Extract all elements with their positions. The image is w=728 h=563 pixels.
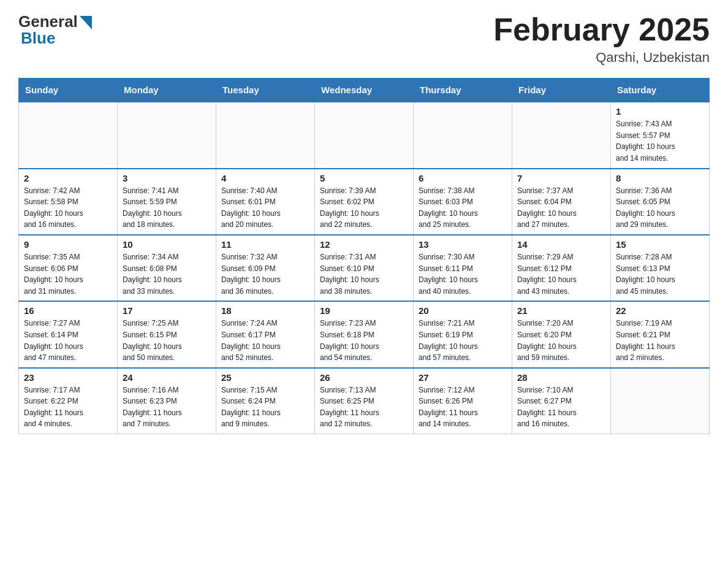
calendar-cell: 16Sunrise: 7:27 AM Sunset: 6:14 PM Dayli… — [19, 301, 118, 367]
sun-info: Sunrise: 7:34 AM Sunset: 6:08 PM Dayligh… — [123, 251, 211, 297]
col-tuesday: Tuesday — [216, 79, 315, 102]
calendar-cell: 28Sunrise: 7:10 AM Sunset: 6:27 PM Dayli… — [512, 368, 611, 434]
calendar-cell — [19, 102, 118, 168]
calendar-cell: 18Sunrise: 7:24 AM Sunset: 6:17 PM Dayli… — [216, 301, 315, 367]
sun-info: Sunrise: 7:17 AM Sunset: 6:22 PM Dayligh… — [24, 385, 112, 430]
sun-info: Sunrise: 7:25 AM Sunset: 6:15 PM Dayligh… — [123, 318, 211, 363]
calendar-cell: 5Sunrise: 7:39 AM Sunset: 6:02 PM Daylig… — [315, 169, 414, 235]
day-number: 1 — [616, 106, 704, 117]
calendar-cell: 10Sunrise: 7:34 AM Sunset: 6:08 PM Dayli… — [118, 235, 216, 301]
sun-info: Sunrise: 7:13 AM Sunset: 6:25 PM Dayligh… — [320, 385, 408, 430]
sun-info: Sunrise: 7:16 AM Sunset: 6:23 PM Dayligh… — [123, 385, 211, 430]
day-number: 27 — [419, 372, 507, 383]
calendar-cell: 11Sunrise: 7:32 AM Sunset: 6:09 PM Dayli… — [216, 235, 315, 301]
calendar-cell: 17Sunrise: 7:25 AM Sunset: 6:15 PM Dayli… — [118, 301, 216, 367]
calendar-table: Sunday Monday Tuesday Wednesday Thursday… — [18, 78, 710, 434]
sun-info: Sunrise: 7:20 AM Sunset: 6:20 PM Dayligh… — [517, 318, 605, 363]
day-number: 17 — [123, 305, 211, 316]
sun-info: Sunrise: 7:39 AM Sunset: 6:02 PM Dayligh… — [320, 185, 408, 231]
day-number: 4 — [221, 173, 309, 183]
calendar-cell: 2Sunrise: 7:42 AM Sunset: 5:58 PM Daylig… — [19, 169, 118, 235]
calendar-cell: 25Sunrise: 7:15 AM Sunset: 6:24 PM Dayli… — [216, 368, 315, 434]
day-number: 23 — [24, 372, 112, 383]
day-number: 21 — [517, 305, 605, 316]
day-number: 14 — [517, 239, 605, 250]
calendar-cell — [512, 102, 611, 168]
calendar-title: February 2025 — [493, 12, 710, 47]
sun-info: Sunrise: 7:38 AM Sunset: 6:03 PM Dayligh… — [419, 185, 507, 231]
day-number: 6 — [419, 173, 507, 183]
col-wednesday: Wednesday — [315, 79, 414, 102]
col-sunday: Sunday — [19, 79, 118, 102]
day-number: 16 — [24, 305, 112, 316]
col-friday: Friday — [512, 79, 611, 102]
calendar-cell — [315, 102, 414, 168]
calendar-cell: 15Sunrise: 7:28 AM Sunset: 6:13 PM Dayli… — [611, 235, 710, 301]
calendar-cell — [611, 368, 710, 434]
sun-info: Sunrise: 7:15 AM Sunset: 6:24 PM Dayligh… — [221, 385, 309, 430]
calendar-cell: 1Sunrise: 7:43 AM Sunset: 5:57 PM Daylig… — [611, 102, 710, 168]
day-number: 11 — [221, 239, 309, 250]
calendar-cell: 19Sunrise: 7:23 AM Sunset: 6:18 PM Dayli… — [315, 301, 414, 367]
day-number: 25 — [221, 372, 309, 383]
sun-info: Sunrise: 7:23 AM Sunset: 6:18 PM Dayligh… — [320, 318, 408, 363]
sun-info: Sunrise: 7:24 AM Sunset: 6:17 PM Dayligh… — [221, 318, 309, 363]
calendar-cell: 23Sunrise: 7:17 AM Sunset: 6:22 PM Dayli… — [19, 368, 118, 434]
sun-info: Sunrise: 7:42 AM Sunset: 5:58 PM Dayligh… — [24, 185, 112, 231]
day-number: 22 — [616, 305, 704, 316]
sun-info: Sunrise: 7:43 AM Sunset: 5:57 PM Dayligh… — [616, 118, 704, 164]
page-header: General Blue February 2025 Qarshi, Uzbek… — [18, 12, 710, 66]
day-number: 9 — [24, 239, 112, 250]
calendar-week-row: 16Sunrise: 7:27 AM Sunset: 6:14 PM Dayli… — [19, 301, 710, 367]
day-number: 13 — [419, 239, 507, 250]
calendar-cell: 3Sunrise: 7:41 AM Sunset: 5:59 PM Daylig… — [118, 169, 216, 235]
svg-marker-0 — [80, 16, 92, 29]
calendar-cell: 13Sunrise: 7:30 AM Sunset: 6:11 PM Dayli… — [414, 235, 512, 301]
day-number: 28 — [517, 372, 605, 383]
day-number: 10 — [123, 239, 211, 250]
calendar-cell: 6Sunrise: 7:38 AM Sunset: 6:03 PM Daylig… — [414, 169, 512, 235]
day-number: 12 — [320, 239, 408, 250]
calendar-header-row: Sunday Monday Tuesday Wednesday Thursday… — [19, 79, 710, 102]
sun-info: Sunrise: 7:35 AM Sunset: 6:06 PM Dayligh… — [24, 251, 112, 297]
sun-info: Sunrise: 7:10 AM Sunset: 6:27 PM Dayligh… — [517, 385, 605, 430]
sun-info: Sunrise: 7:36 AM Sunset: 6:05 PM Dayligh… — [616, 185, 704, 231]
calendar-cell — [216, 102, 315, 168]
calendar-cell: 12Sunrise: 7:31 AM Sunset: 6:10 PM Dayli… — [315, 235, 414, 301]
day-number: 26 — [320, 372, 408, 383]
calendar-cell: 26Sunrise: 7:13 AM Sunset: 6:25 PM Dayli… — [315, 368, 414, 434]
sun-info: Sunrise: 7:40 AM Sunset: 6:01 PM Dayligh… — [221, 185, 309, 231]
col-monday: Monday — [118, 79, 216, 102]
calendar-week-row: 1Sunrise: 7:43 AM Sunset: 5:57 PM Daylig… — [19, 102, 710, 168]
sun-info: Sunrise: 7:29 AM Sunset: 6:12 PM Dayligh… — [517, 251, 605, 297]
calendar-cell — [414, 102, 512, 168]
calendar-cell: 22Sunrise: 7:19 AM Sunset: 6:21 PM Dayli… — [611, 301, 710, 367]
calendar-cell: 7Sunrise: 7:37 AM Sunset: 6:04 PM Daylig… — [512, 169, 611, 235]
day-number: 2 — [24, 173, 112, 183]
day-number: 18 — [221, 305, 309, 316]
calendar-cell: 24Sunrise: 7:16 AM Sunset: 6:23 PM Dayli… — [118, 368, 216, 434]
calendar-week-row: 2Sunrise: 7:42 AM Sunset: 5:58 PM Daylig… — [19, 169, 710, 235]
calendar-cell: 20Sunrise: 7:21 AM Sunset: 6:19 PM Dayli… — [414, 301, 512, 367]
calendar-title-block: February 2025 Qarshi, Uzbekistan — [493, 12, 710, 66]
sun-info: Sunrise: 7:28 AM Sunset: 6:13 PM Dayligh… — [616, 251, 704, 297]
sun-info: Sunrise: 7:30 AM Sunset: 6:11 PM Dayligh… — [419, 251, 507, 297]
calendar-cell: 4Sunrise: 7:40 AM Sunset: 6:01 PM Daylig… — [216, 169, 315, 235]
calendar-cell: 21Sunrise: 7:20 AM Sunset: 6:20 PM Dayli… — [512, 301, 611, 367]
day-number: 15 — [616, 239, 704, 250]
day-number: 7 — [517, 173, 605, 183]
day-number: 24 — [123, 372, 211, 383]
day-number: 19 — [320, 305, 408, 316]
sun-info: Sunrise: 7:37 AM Sunset: 6:04 PM Dayligh… — [517, 185, 605, 231]
calendar-cell: 14Sunrise: 7:29 AM Sunset: 6:12 PM Dayli… — [512, 235, 611, 301]
calendar-cell: 8Sunrise: 7:36 AM Sunset: 6:05 PM Daylig… — [611, 169, 710, 235]
day-number: 5 — [320, 173, 408, 183]
sun-info: Sunrise: 7:19 AM Sunset: 6:21 PM Dayligh… — [616, 318, 704, 363]
col-saturday: Saturday — [611, 79, 710, 102]
logo-blue-text: Blue — [21, 29, 55, 48]
logo: General Blue — [18, 12, 92, 48]
sun-info: Sunrise: 7:31 AM Sunset: 6:10 PM Dayligh… — [320, 251, 408, 297]
day-number: 8 — [616, 173, 704, 183]
calendar-week-row: 23Sunrise: 7:17 AM Sunset: 6:22 PM Dayli… — [19, 368, 710, 434]
col-thursday: Thursday — [414, 79, 512, 102]
